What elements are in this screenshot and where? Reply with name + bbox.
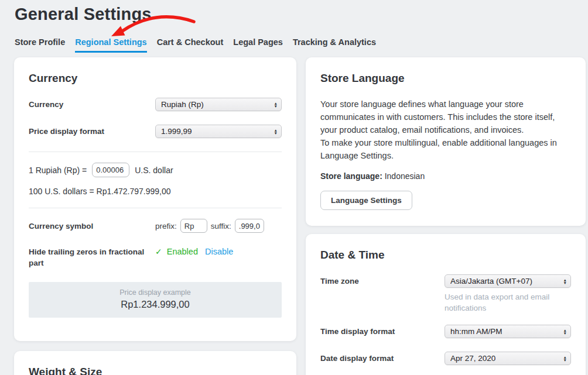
hide-trailing-zeros-label: Hide trailing zeros in fractional part xyxy=(29,246,155,269)
suffix-label: suffix: xyxy=(211,222,231,230)
language-settings-button[interactable]: Language Settings xyxy=(320,191,412,210)
time-zone-select-value: Asia/Jakarta (GMT+07) xyxy=(450,277,532,285)
price-example-caption: Price display example xyxy=(29,288,282,297)
date-format-label: Date display format xyxy=(320,353,445,364)
date-format-select[interactable]: Apr 27, 2020 ▲▼ xyxy=(445,352,571,365)
time-format-select-value: hh:mm AM/PM xyxy=(450,327,502,336)
select-stepper-icon: ▲▼ xyxy=(563,278,567,284)
select-stepper-icon: ▲▼ xyxy=(274,101,278,108)
price-format-select-value: 1.999,99 xyxy=(161,127,192,136)
store-language-card-title: Store Language xyxy=(320,72,571,85)
trailing-zeros-disable-link[interactable]: Disable xyxy=(205,247,233,256)
select-stepper-icon: ▲▼ xyxy=(563,355,567,362)
divider xyxy=(29,152,282,152)
price-example-value: Rp1.234.999,00 xyxy=(29,299,282,310)
price-format-label: Price display format xyxy=(29,126,155,137)
price-format-select[interactable]: 1.999,99 ▲▼ xyxy=(155,125,282,138)
currency-card-title: Currency xyxy=(29,72,282,85)
trailing-zeros-status: Enabled xyxy=(167,247,198,256)
currency-symbol-label: Currency symbol xyxy=(29,221,155,232)
settings-tab-bar: Store Profile Regional Settings Cart & C… xyxy=(15,37,588,53)
currency-select-value: Rupiah (Rp) xyxy=(161,100,204,109)
tab-tracking-analytics[interactable]: Tracking & Analytics xyxy=(293,37,376,53)
time-format-select[interactable]: hh:mm AM/PM ▲▼ xyxy=(445,325,571,338)
currency-card: Currency Currency Rupiah (Rp) ▲▼ Price d… xyxy=(14,57,296,341)
time-zone-helper-text: Used in data export and email notificati… xyxy=(445,291,571,314)
annotation-arrow-icon xyxy=(108,14,196,41)
check-icon: ✓ xyxy=(155,247,162,256)
store-language-value: Indonesian xyxy=(385,171,425,181)
conversion-example-text: 100 U.S. dollars = Rp1.472.797.999,00 xyxy=(29,187,170,196)
currency-select[interactable]: Rupiah (Rp) ▲▼ xyxy=(155,98,282,111)
currency-label: Currency xyxy=(29,99,155,110)
time-zone-label: Time zone xyxy=(320,276,445,287)
weight-size-card-title: Weight & Size xyxy=(29,366,282,375)
store-language-description-2: To make your store multilingual, enable … xyxy=(320,136,571,162)
time-format-label: Time display format xyxy=(320,326,445,337)
conversion-right-text: U.S. dollar xyxy=(135,166,173,175)
prefix-label: prefix: xyxy=(155,222,177,230)
date-time-card: Date & Time Time zone Asia/Jakarta (GMT+… xyxy=(306,234,586,375)
time-zone-select[interactable]: Asia/Jakarta (GMT+07) ▲▼ xyxy=(445,274,571,288)
exchange-rate-input[interactable] xyxy=(92,163,129,177)
tab-store-profile[interactable]: Store Profile xyxy=(15,37,65,53)
conversion-left-text: 1 Rupiah (Rp) = xyxy=(29,166,87,175)
date-format-select-value: Apr 27, 2020 xyxy=(450,354,495,363)
price-display-example-box: Price display example Rp1.234.999,00 xyxy=(29,282,282,318)
weight-size-card: Weight & Size xyxy=(14,351,296,375)
store-language-description: Your store language defines what languag… xyxy=(320,98,571,136)
currency-prefix-input[interactable] xyxy=(180,219,207,233)
date-time-card-title: Date & Time xyxy=(320,249,571,262)
select-stepper-icon: ▲▼ xyxy=(274,128,278,135)
select-stepper-icon: ▲▼ xyxy=(563,328,567,335)
store-language-label: Store language: xyxy=(320,171,382,181)
currency-suffix-input[interactable] xyxy=(235,219,264,233)
page-title: General Settings xyxy=(15,5,588,24)
tab-legal-pages[interactable]: Legal Pages xyxy=(233,37,283,53)
store-language-card: Store Language Your store language defin… xyxy=(306,57,586,226)
divider xyxy=(29,208,282,208)
